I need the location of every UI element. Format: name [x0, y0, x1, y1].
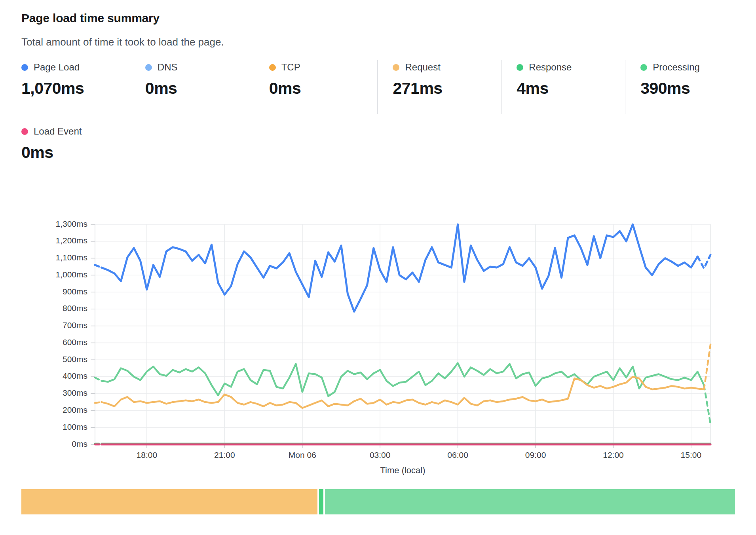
y-axis-tick-label: 0ms — [72, 439, 87, 448]
metric-label: Response — [529, 62, 572, 73]
metric-value: 4ms — [517, 79, 625, 98]
y-axis-tick-label: 300ms — [63, 388, 87, 397]
x-axis-tick-label: 12:00 — [603, 450, 624, 459]
metric-label: Page Load — [34, 62, 80, 73]
page-load-time-chart[interactable]: 0ms100ms200ms300ms400ms500ms600ms700ms80… — [0, 174, 756, 478]
metric-value: 0ms — [145, 79, 254, 98]
page-load-summary-panel: Page load time summary Total amount of t… — [0, 0, 756, 514]
metrics-row: Page Load 1,070ms DNS 0ms TCP 0ms Reques… — [21, 60, 749, 114]
metric-value: 0ms — [269, 79, 378, 98]
y-axis-tick-label: 100ms — [63, 422, 87, 431]
y-axis-tick-label: 800ms — [63, 304, 87, 313]
series-line-request — [95, 402, 101, 403]
metric-label: Load Event — [34, 126, 82, 137]
metric-value: 0ms — [21, 143, 756, 162]
metric-value: 271ms — [393, 79, 501, 98]
metric-processing[interactable]: Processing 390ms — [625, 60, 749, 114]
y-axis-tick-label: 400ms — [63, 371, 87, 380]
range-bar-segment-divider-green-sliver[interactable] — [319, 489, 323, 514]
y-axis-tick-label: 900ms — [63, 287, 87, 296]
load-event-legend-dot-icon — [21, 128, 28, 135]
series-line-request — [704, 345, 710, 389]
metric-request[interactable]: Request 271ms — [378, 60, 501, 114]
series-line-processing — [704, 385, 710, 424]
metric-value: 390ms — [640, 79, 749, 98]
metric-value: 1,070ms — [21, 79, 130, 98]
page-title: Page load time summary — [21, 11, 756, 25]
processing-legend-dot-icon — [640, 64, 647, 71]
tcp-legend-dot-icon — [269, 64, 276, 71]
series-line-processing — [95, 378, 101, 381]
dns-legend-dot-icon — [145, 64, 152, 71]
page-load-legend-dot-icon — [21, 64, 28, 71]
y-axis-tick-label: 1,000ms — [55, 270, 87, 279]
range-bar-segment-sunday-orange[interactable] — [21, 489, 317, 514]
y-axis-tick-label: 1,200ms — [55, 236, 87, 245]
x-axis-tick-label: 21:00 — [214, 450, 235, 459]
series-line-page-load — [101, 224, 697, 311]
metric-load-event[interactable]: Load Event 0ms — [21, 126, 756, 162]
metric-response[interactable]: Response 4ms — [501, 60, 625, 114]
y-axis-tick-label: 1,300ms — [55, 219, 87, 228]
y-axis-tick-label: 600ms — [63, 338, 87, 347]
metric-label: Processing — [653, 62, 700, 73]
metric-dns[interactable]: DNS 0ms — [130, 60, 254, 114]
y-axis-tick-label: 200ms — [63, 405, 87, 414]
y-axis-tick-label: 1,100ms — [55, 253, 87, 262]
request-legend-dot-icon — [393, 64, 399, 71]
x-axis-title: Time (local) — [380, 465, 425, 475]
x-axis-tick-label: 18:00 — [137, 450, 158, 459]
x-axis-tick-label: Mon 06 — [289, 450, 316, 459]
response-legend-dot-icon — [517, 64, 523, 71]
chart-grid: 0ms100ms200ms300ms400ms500ms600ms700ms80… — [55, 219, 710, 475]
metric-label: TCP — [281, 62, 300, 73]
x-axis-tick-label: 15:00 — [681, 450, 702, 459]
metric-label: Request — [405, 62, 440, 73]
x-axis-tick-label: 03:00 — [370, 450, 391, 459]
x-axis-tick-label: 09:00 — [525, 450, 546, 459]
range-bar-segment-monday-green[interactable] — [325, 489, 735, 514]
y-axis-tick-label: 700ms — [63, 321, 87, 330]
series-line-page-load — [95, 265, 101, 268]
time-range-selector-bar[interactable] — [21, 489, 735, 514]
metric-label: DNS — [158, 62, 178, 73]
metric-tcp[interactable]: TCP 0ms — [254, 60, 378, 114]
series-line-page-load — [697, 255, 710, 268]
x-axis-tick-label: 06:00 — [447, 450, 468, 459]
y-axis-tick-label: 500ms — [63, 355, 87, 364]
page-subtitle: Total amount of time it took to load the… — [21, 36, 756, 48]
metric-page-load[interactable]: Page Load 1,070ms — [21, 60, 130, 114]
